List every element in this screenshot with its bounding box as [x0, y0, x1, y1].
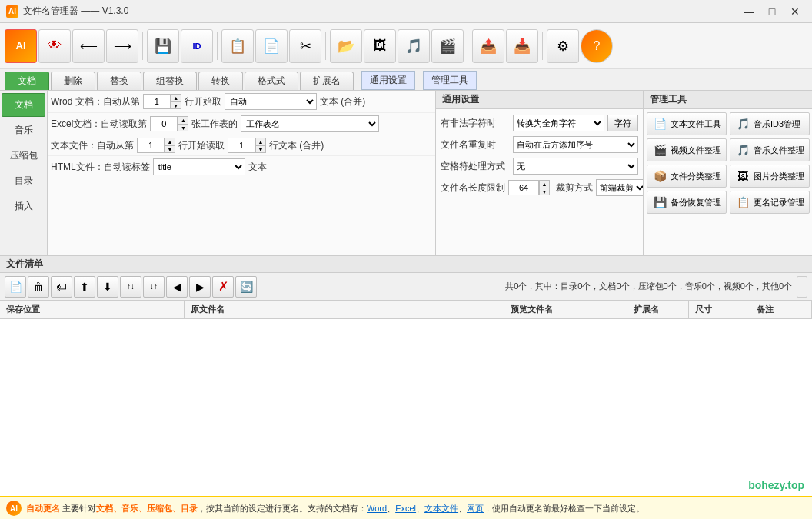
excel-sheet-input[interactable] [150, 116, 178, 131]
excel-content-select[interactable]: 工作表名 指定单元格 [241, 115, 379, 132]
word-label2: 行开始取 [185, 95, 221, 108]
excel-sheet-down[interactable]: ▼ [178, 124, 188, 131]
file-prev-icon: ◀ [173, 281, 181, 293]
nav-doc[interactable]: 文档 [2, 93, 45, 117]
tab-format[interactable]: 格式式 [245, 72, 298, 90]
paste-toolbar-btn[interactable]: 📄 [255, 29, 288, 63]
image-toolbar-btn[interactable]: 🖼 [364, 29, 396, 63]
backup-restore-btn[interactable]: 💾 备份恢复管理 [647, 191, 727, 214]
minimize-button[interactable]: — [738, 4, 760, 19]
html-label2: 文本 [248, 161, 267, 174]
text-label: 文本文件：自动从第 [51, 139, 134, 152]
text-count-input[interactable] [228, 138, 255, 153]
word-mode-select[interactable]: 自动 手动 [225, 93, 317, 110]
col-note: 备注 [750, 301, 812, 318]
nav-music[interactable]: 音乐 [2, 118, 45, 142]
ai-icon: AI [16, 40, 26, 52]
word-start-up[interactable]: ▲ [171, 94, 181, 101]
length-label: 文件名长度限制 [441, 181, 505, 195]
status-word-link[interactable]: Word [367, 504, 387, 513]
tab-convert[interactable]: 转换 [198, 72, 243, 90]
scroll-btn[interactable] [797, 276, 807, 298]
ai-toolbar-btn[interactable]: AI [5, 29, 37, 63]
app-name: 文件名管理器 [23, 5, 78, 16]
excel-sheet-up[interactable]: ▲ [178, 116, 188, 124]
file-classify-btn[interactable]: 📦 文件分类整理 [647, 165, 727, 188]
view-toolbar-btn[interactable]: 👁 [38, 29, 71, 63]
file-clear-btn[interactable]: ✗ [212, 276, 234, 298]
toolbar-sep-3 [325, 32, 326, 60]
tab-group-replace[interactable]: 组替换 [143, 72, 197, 90]
help-toolbar-btn[interactable]: ? [581, 29, 613, 63]
music-id3-btn[interactable]: 🎵 音乐ID3管理 [730, 112, 810, 135]
main-toolbar: AI 👁 ⟵ ⟶ 💾 ID 📋 📄 [0, 23, 812, 69]
file-refresh-btn[interactable]: 🔄 [235, 276, 257, 298]
music-toolbar-btn[interactable]: 🎵 [398, 29, 430, 63]
back-toolbar-btn[interactable]: ⟵ [72, 29, 105, 63]
file-next-btn[interactable]: ▶ [189, 276, 211, 298]
settings-toolbar-btn[interactable]: ⚙ [547, 29, 579, 63]
folder-toolbar-btn[interactable]: 📂 [330, 29, 362, 63]
status-highlight[interactable]: 文档、音乐、压缩包、目录 [96, 503, 198, 514]
export-toolbar-btn[interactable]: 📤 [472, 29, 504, 63]
length-up[interactable]: ▲ [539, 180, 550, 188]
text-file-tool-btn[interactable]: 📄 文本文件工具 [647, 112, 727, 135]
tab-expand[interactable]: 扩展名 [300, 72, 354, 90]
cut-toolbar-btn[interactable]: ✂ [289, 29, 321, 63]
file-list-body[interactable] [0, 319, 812, 496]
nav-insert[interactable]: 插入 [2, 195, 45, 218]
file-list-toolbar: 📄 🗑 🏷 ⬆ ⬇ ↑↓ ↓↑ ◀ ▶ [0, 273, 812, 301]
close-button[interactable]: ✕ [784, 4, 806, 19]
space-select[interactable]: 无 删除 转为下划线 [513, 158, 638, 175]
text-start-down[interactable]: ▼ [165, 145, 175, 153]
tab-doc[interactable]: 文档 [5, 72, 49, 90]
file-list-section: 文件清单 📄 🗑 🏷 ⬆ ⬇ ↑↓ ↓↑ [0, 256, 812, 496]
html-tag-select[interactable]: title h1 h2 meta [153, 158, 245, 175]
length-down[interactable]: ▼ [539, 188, 550, 195]
forward-toolbar-btn[interactable]: ⟶ [106, 29, 138, 63]
file-down-btn[interactable]: ⬇ [97, 276, 118, 298]
rename-record-btn[interactable]: 📋 更名记录管理 [730, 191, 810, 214]
illegal-char-select[interactable]: 转换为全角字符 删除 替换为下划线 [513, 115, 604, 131]
status-html-link[interactable]: 网页 [467, 503, 484, 514]
file-tag-btn[interactable]: 🏷 [51, 276, 72, 298]
import-toolbar-btn[interactable]: 📥 [506, 29, 538, 63]
video-organize-btn[interactable]: 🎬 视频文件整理 [647, 138, 727, 161]
text-start-up[interactable]: ▲ [165, 138, 175, 145]
file-add-btn[interactable]: 📄 [5, 276, 26, 298]
nav-compress[interactable]: 压缩包 [2, 144, 45, 168]
file-sort-up-btn[interactable]: ↑↓ [120, 276, 141, 298]
nav-directory[interactable]: 目录 [2, 169, 45, 193]
status-excel-link[interactable]: Excel [395, 504, 416, 513]
excel-settings-row: Excel文档：自动读取第 ▲ ▼ 张工作表的 工作表名 指定单元格 [48, 113, 435, 135]
file-delete-btn[interactable]: 🗑 [28, 276, 49, 298]
text-count-down[interactable]: ▼ [255, 145, 266, 153]
image-classify-btn[interactable]: 🖼 图片分类整理 [730, 165, 810, 188]
word-start-down[interactable]: ▼ [171, 101, 181, 109]
status-ai-icon: AI [6, 501, 22, 516]
duplicate-select[interactable]: 自动在后方添加序号 跳过 覆盖 [513, 136, 638, 153]
text-start-input[interactable] [137, 138, 165, 153]
file-prev-btn[interactable]: ◀ [166, 276, 188, 298]
length-input[interactable] [508, 180, 539, 195]
file-sort-down-btn[interactable]: ↓↑ [143, 276, 165, 298]
tab-replace[interactable]: 替换 [97, 72, 141, 90]
file-up-btn[interactable]: ⬆ [74, 276, 95, 298]
save-toolbar-btn[interactable]: 💾 [147, 29, 179, 63]
music-organize-btn[interactable]: 🎵 音乐文件整理 [730, 138, 810, 161]
copy-toolbar-btn[interactable]: 📋 [221, 29, 254, 63]
text-count-up[interactable]: ▲ [255, 138, 266, 145]
general-settings-title: 通用设置 [436, 91, 643, 109]
status-text-link[interactable]: 文本文件 [424, 503, 458, 514]
maximize-button[interactable]: □ [761, 4, 783, 19]
crop-select[interactable]: 前端裁剪 后端裁剪 [596, 179, 647, 196]
video-toolbar-btn[interactable]: 🎬 [431, 29, 464, 63]
video-organize-icon: 🎬 [652, 142, 667, 158]
text-start-spin: ▲ ▼ [137, 138, 175, 153]
illegal-char-btn[interactable]: 字符 [607, 115, 638, 131]
cut-icon: ✂ [300, 38, 311, 55]
illegal-char-label: 有非法字符时 [441, 117, 510, 130]
id-toolbar-btn[interactable]: ID [181, 29, 213, 63]
word-start-input[interactable] [143, 94, 171, 109]
tab-delete[interactable]: 删除 [51, 72, 95, 90]
